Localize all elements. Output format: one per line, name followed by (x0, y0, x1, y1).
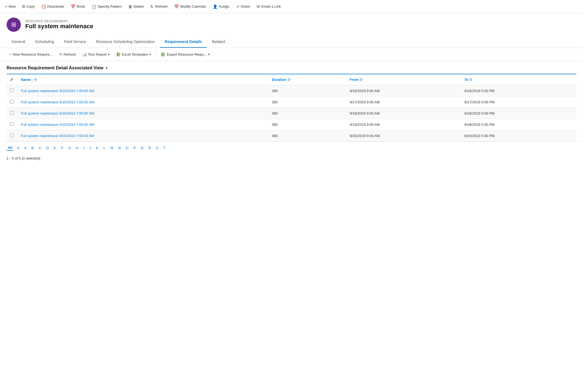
alpha-item-#[interactable]: # (16, 145, 20, 150)
row-to-cell: 9/20/2019 5:00 PM (461, 130, 576, 141)
refresh-button[interactable]: ↻ Refresh (148, 3, 170, 10)
deactivate-button[interactable]: 🚫 Deactivate (39, 3, 67, 10)
export-resource-button[interactable]: 📗 Export Resource Requi... ▾ (158, 51, 212, 58)
alpha-item-n[interactable]: N (117, 145, 122, 150)
row-checkbox[interactable] (10, 100, 13, 103)
to-filter-icon[interactable]: ▽ (469, 78, 472, 82)
row-to-cell: 9/16/2019 5:00 PM (461, 85, 576, 96)
name-sort-icon[interactable]: ↑ (32, 78, 33, 81)
table-row: Full system maintenace 9/16/2019 7:00:00… (7, 96, 576, 108)
alpha-item-c[interactable]: C (38, 145, 42, 150)
row-from-cell: 9/20/2019 9:00 AM (346, 130, 461, 141)
alpha-item-i[interactable]: I (82, 145, 86, 150)
row-from-cell: 9/19/2019 9:00 AM (346, 119, 461, 130)
avatar-icon: ⊞ (11, 21, 16, 28)
alpha-item-k[interactable]: K (95, 145, 100, 150)
alpha-item-j[interactable]: J (88, 145, 92, 150)
row-checkbox-cell[interactable] (7, 96, 18, 108)
tab-scheduling[interactable]: Scheduling (30, 36, 59, 48)
modify-calendar-button[interactable]: 📅 Modify Calendar (171, 3, 209, 10)
row-duration-cell: 360 (268, 130, 346, 141)
row-checkbox-cell[interactable] (7, 108, 18, 119)
row-checkbox[interactable] (10, 122, 13, 126)
row-checkbox-cell[interactable] (7, 130, 18, 141)
row-name-cell[interactable]: Full system maintenace 9/16/2019 7:00:00… (18, 85, 268, 96)
name-column-header[interactable]: Name ↑ ▽ (18, 74, 268, 85)
row-name-cell[interactable]: Full system maintenace 9/16/2019 7:00:00… (18, 108, 268, 119)
row-from-cell: 9/16/2019 9:00 AM (346, 85, 461, 96)
row-checkbox-cell[interactable] (7, 85, 18, 96)
to-col-label: To (465, 78, 469, 82)
copy-button[interactable]: ⧉ Copy (19, 2, 37, 10)
row-name-cell[interactable]: Full system maintenace 9/16/2019 7:00:00… (18, 96, 268, 108)
alpha-item-s[interactable]: S (155, 145, 160, 150)
row-duration-cell: 360 (268, 85, 346, 96)
book-icon: 📅 (71, 4, 75, 9)
check-all-header[interactable]: ✓ (7, 74, 18, 85)
export-icon: 📗 (161, 52, 165, 56)
row-duration-cell: 360 (268, 108, 346, 119)
view-title-chevron[interactable]: ▾ (106, 66, 107, 70)
alpha-item-l[interactable]: L (102, 145, 106, 150)
alpha-item-r[interactable]: R (147, 145, 152, 150)
sub-refresh-button[interactable]: ↻ Refresh (56, 51, 79, 58)
alpha-item-p[interactable]: P (132, 145, 137, 150)
data-table: ✓ Name ↑ ▽ Duration ▽ (7, 74, 576, 141)
alpha-item-t[interactable]: T (162, 145, 166, 150)
alpha-item-f[interactable]: F (60, 145, 64, 150)
excel-templates-label: Excel Templates (122, 52, 148, 56)
row-name-cell[interactable]: Full system maintenace 9/16/2019 7:00:00… (18, 130, 268, 141)
tab-related[interactable]: Related (207, 36, 230, 48)
duration-column-header[interactable]: Duration ▽ (268, 74, 346, 85)
new-resource-require-button[interactable]: + New Resource Require... (7, 51, 55, 58)
duration-filter-icon[interactable]: ▽ (288, 78, 290, 82)
from-filter-icon[interactable]: ▽ (360, 78, 362, 82)
record-title: Full system maintenace (25, 23, 93, 30)
alpha-item-m[interactable]: M (109, 145, 114, 150)
row-name-cell[interactable]: Full system maintenace 9/16/2019 7:00:00… (18, 119, 268, 130)
book-button[interactable]: 📅 Book (68, 3, 88, 10)
sub-toolbar: + New Resource Require... ↻ Refresh 📊 Ru… (0, 48, 583, 61)
alpha-item-a[interactable]: A (23, 145, 28, 150)
alpha-item-d[interactable]: D (45, 145, 50, 150)
modify-calendar-icon: 📅 (174, 4, 179, 9)
from-column-header[interactable]: From ▽ (346, 74, 461, 85)
row-checkbox[interactable] (10, 111, 13, 115)
to-column-header[interactable]: To ▽ (461, 74, 576, 85)
assign-button[interactable]: 👤 Assign (210, 3, 232, 10)
share-button[interactable]: ↗ Share (233, 3, 253, 10)
delete-button[interactable]: 🗑 Delete (126, 3, 147, 10)
alpha-item-all[interactable]: All (7, 145, 13, 151)
alpha-item-h[interactable]: H (75, 145, 80, 150)
share-label: Share (241, 4, 250, 8)
name-filter-icon[interactable]: ▽ (34, 78, 37, 82)
tab-field-service[interactable]: Field Service (59, 36, 91, 48)
row-checkbox[interactable] (10, 133, 13, 137)
specify-pattern-button[interactable]: 📋 Specify Pattern (89, 3, 124, 10)
excel-templates-button[interactable]: 📗 Excel Templates ▾ (114, 51, 154, 58)
view-title-bar: Resource Requirement Detail Associated V… (0, 61, 583, 74)
deactivate-label: Deactivate (47, 4, 64, 8)
refresh-icon: ↻ (150, 4, 154, 9)
alpha-item-g[interactable]: G (67, 145, 72, 150)
tab-requirement-details[interactable]: Requirement Details (160, 36, 207, 48)
alpha-item-q[interactable]: Q (140, 145, 145, 150)
assign-icon: 👤 (213, 4, 217, 9)
run-report-button[interactable]: 📊 Run Report ▾ (80, 51, 112, 58)
row-checkbox-cell[interactable] (7, 119, 18, 130)
alpha-item-b[interactable]: B (30, 145, 35, 150)
tab-resource-scheduling-optimization[interactable]: Resource Scheduling Optimization (91, 36, 160, 48)
alpha-item-o[interactable]: O (124, 145, 129, 150)
alpha-item-e[interactable]: E (53, 145, 57, 150)
email-a-link-button[interactable]: ✉ Email a Link (254, 3, 284, 10)
export-resource-label: Export Resource Requi... (167, 52, 206, 56)
record-header: ⊞ RESOURCE REQUIREMENT Full system maint… (0, 13, 583, 36)
tab-general[interactable]: General (7, 36, 30, 48)
record-count: 1 - 5 of 5 (0 selected) (0, 154, 583, 163)
delete-label: Delete (134, 4, 144, 8)
copy-icon: ⧉ (22, 4, 25, 9)
specify-pattern-icon: 📋 (92, 4, 96, 9)
table-row: Full system maintenace 9/16/2019 7:00:00… (7, 108, 576, 119)
new-button[interactable]: + New (2, 3, 18, 10)
row-checkbox[interactable] (10, 89, 13, 92)
